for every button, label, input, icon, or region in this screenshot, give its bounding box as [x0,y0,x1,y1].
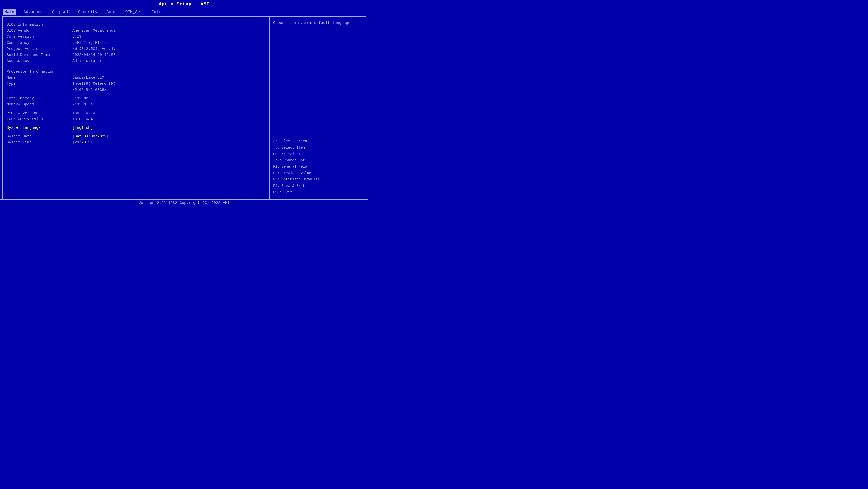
processor-info-header: Processor Information [7,69,265,75]
project-version-label: Project Version [7,46,72,52]
key-legend-row: F1: General Help [273,164,362,170]
compliancy-value: UEFI 2.7; PI 1.6 [72,40,109,46]
compliancy-row: Compliancy UEFI 2.7; PI 1.6 [7,40,265,46]
total-memory-label: Total Memory [7,96,72,102]
build-date-label: Build Date and Time [7,52,72,58]
type-value-line1: Intel(R) Celeron(R) [72,82,116,86]
name-value: JasperLake ULX [72,75,104,81]
core-version-label: Core Version [7,34,72,40]
key-legend-row: F3: Optimized Defaults [273,176,362,183]
menu-item-boot[interactable]: Boot [104,9,118,15]
igfx-gop-label: IGFX GOP Version [7,116,72,122]
build-date-value: 2022/04/24 20:49:58 [72,52,116,58]
footer-text: Version 2.22.1282 Copyright (C) 2022 AMI [138,201,229,205]
name-label: Name [7,75,72,81]
menu-bar: MainAdvancedChipsetSecurityBootOEM_SetEx… [0,8,368,16]
system-time-label: System Time [7,140,72,146]
title-bar: Aptio Setup - AMI [0,0,368,8]
system-language-row[interactable]: System Language [English] [7,125,265,131]
access-level-label: Access Level [7,58,72,64]
igfx-gop-row: IGFX GOP Version 18.0.1034 [7,116,265,122]
bios-vendor-label: BIOS Vendor [7,28,72,34]
system-date-value: [Sat 04/30/2022] [72,134,109,140]
divider [273,136,362,136]
type-row: Type Intel(R) Celeron(R) N5105 @ 2.00GHz [7,81,265,93]
menu-item-oem-set[interactable]: OEM_Set [123,9,144,15]
system-date-label: System Date [7,134,72,140]
menu-item-exit[interactable]: Exit [149,9,163,15]
core-version-row: Core Version 5.19 [7,34,265,40]
memory-speed-label: Memory Speed [7,102,72,108]
project-version-value: MW-JSL2.5G4L Ver:1.1 [72,46,118,52]
key-legend-row: ↑↓: Select Item [273,145,362,151]
pmc-fw-value: 135.3.0.1029 [72,110,100,116]
bios-info-header: BIOS Information [7,22,265,28]
type-value-line2: N5105 @ 2.00GHz [72,88,106,92]
key-legend-row: F4: Save & Exit [273,183,362,189]
right-panel: Choose the system default language ↔: Se… [270,17,366,199]
type-label: Type [7,81,72,93]
igfx-gop-value: 18.0.1034 [72,116,93,122]
help-text: Choose the system default language [273,20,362,134]
app: Aptio Setup - AMI MainAdvancedChipsetSec… [0,0,368,206]
access-level-value: Administrator [72,58,102,64]
build-date-row: Build Date and Time 2022/04/24 20:49:58 [7,52,265,58]
total-memory-value: 8192 MB [72,96,88,102]
left-panel: BIOS Information BIOS Vendor American Me… [3,17,270,199]
key-legend-row: +/-: Change Opt. [273,157,362,164]
menu-item-chipset[interactable]: Chipset [50,9,71,15]
system-date-row[interactable]: System Date [Sat 04/30/2022] [7,134,265,140]
key-legend-row: ↔: Select Screen [273,138,362,144]
system-language-label: System Language [7,125,72,131]
access-level-row: Access Level Administrator [7,58,265,64]
total-memory-row: Total Memory 8192 MB [7,96,265,102]
key-legend: ↔: Select Screen↑↓: Select ItemEnter: Se… [273,138,362,196]
pmc-fw-label: PMC FW Version [7,110,72,116]
key-legend-row: F2: Previous Values [273,170,362,176]
compliancy-label: Compliancy [7,40,72,46]
app-title: Aptio Setup - AMI [159,2,210,7]
name-row: Name JasperLake ULX [7,75,265,81]
core-version-value: 5.19 [72,34,82,40]
system-time-row[interactable]: System Time [23:23:31] [7,140,265,146]
footer: Version 2.22.1282 Copyright (C) 2022 AMI [0,199,368,206]
main-content: BIOS Information BIOS Vendor American Me… [2,16,366,199]
type-value: Intel(R) Celeron(R) N5105 @ 2.00GHz [72,81,116,93]
memory-speed-row: Memory Speed 2133 MT/s [7,102,265,108]
memory-speed-value: 2133 MT/s [72,102,93,108]
project-version-row: Project Version MW-JSL2.5G4L Ver:1.1 [7,46,265,52]
key-legend-row: ESC: Exit [273,189,362,196]
system-time-value: [23:23:31] [72,140,95,146]
menu-item-advanced[interactable]: Advanced [21,9,45,15]
bios-vendor-value: American Megatrends [72,28,116,34]
menu-item-main[interactable]: Main [3,9,16,15]
menu-item-security[interactable]: Security [76,9,99,15]
system-language-value: [English] [72,125,93,131]
bios-vendor-row: BIOS Vendor American Megatrends [7,28,265,34]
key-legend-row: Enter: Select [273,151,362,157]
pmc-fw-row: PMC FW Version 135.3.0.1029 [7,110,265,116]
